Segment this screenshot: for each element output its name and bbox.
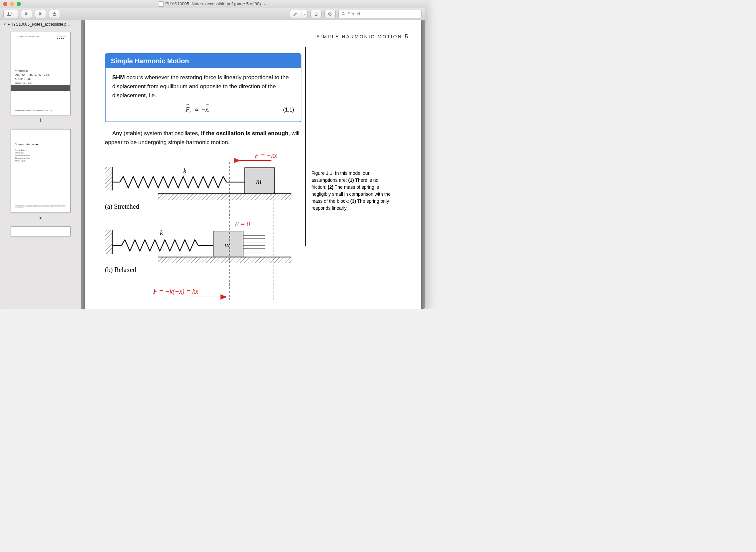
thumb2-heading: Course Information <box>15 143 66 146</box>
mass-label: m <box>256 177 261 185</box>
document-viewport[interactable]: SIMPLE HARMONIC MOTION5 Simple Harmonic … <box>81 20 425 309</box>
svg-rect-38 <box>158 257 291 263</box>
preview-window: PHYS10005_Notes_accessible.pdf (page 5 o… <box>0 0 425 309</box>
thumbnail-3[interactable] <box>0 227 81 236</box>
share-icon <box>52 11 57 16</box>
thumb1-uni: BATH <box>56 37 64 40</box>
window-title: PHYS10005_Notes_accessible.pdf (page 5 o… <box>0 1 425 7</box>
zoom-in-button[interactable] <box>35 10 46 18</box>
svg-rect-16 <box>105 167 112 190</box>
thumbnail-1[interactable]: D. TSANG & A. NARDUZZO UNIVERSITY OFBATH… <box>0 32 81 123</box>
thumbnail-list[interactable]: D. TSANG & A. NARDUZZO UNIVERSITY OFBATH… <box>0 29 81 309</box>
svg-rect-23 <box>158 194 291 200</box>
definition-body: SHM occurs whenever the restoring force … <box>106 68 301 122</box>
running-head: SIMPLE HARMONIC MOTION5 <box>105 33 411 40</box>
search-placeholder: Search <box>348 11 361 16</box>
titlebar: PHYS10005_Notes_accessible.pdf (page 5 o… <box>0 0 425 8</box>
thumb1-sem: SEMESTER 1, 2018 <box>15 82 66 84</box>
chevron-down-icon[interactable]: ⌄ <box>263 2 266 6</box>
highlight-menu-button[interactable]: ⌄ <box>301 10 308 18</box>
highlight-button[interactable] <box>290 10 301 18</box>
thumb1-title: VIBRATIONS, WAVES & OPTICS <box>15 73 66 81</box>
svg-line-6 <box>41 14 42 15</box>
rotate-button[interactable] <box>310 10 322 18</box>
thumb1-dept: DEPARTMENT OF PHYSICS, UNIVERSITY OF BAT… <box>15 110 52 112</box>
chevron-down-icon: ⌄ <box>303 12 306 16</box>
document-icon <box>159 1 163 7</box>
svg-rect-0 <box>7 12 11 16</box>
spring-constant-label: k <box>160 229 163 237</box>
force-compressed-label: F = −k(−x) = kx <box>153 288 198 295</box>
spring-constant-label: k <box>183 166 187 175</box>
sidebar-icon <box>7 11 12 16</box>
rotate-icon <box>314 11 319 16</box>
thumbnail-sidebar: ▼ PHYS10005_Notes_accessible.p... D. TSA… <box>0 20 81 309</box>
svg-rect-11 <box>315 13 317 16</box>
pdf-page: SIMPLE HARMONIC MOTION5 Simple Harmonic … <box>85 20 421 309</box>
caption-b: (b) Relaxed <box>105 266 136 274</box>
svg-line-14 <box>344 14 345 15</box>
thumb1-code: PHYS10005/63 <box>15 70 66 72</box>
disclosure-triangle-icon: ▼ <box>3 23 6 26</box>
search-input[interactable]: Search <box>338 10 422 18</box>
force-stretched-label: F = −kx <box>254 154 277 159</box>
figure-caption: Figure 1.1: In this model our assumption… <box>311 170 395 212</box>
thumb1-authors: D. TSANG & A. NARDUZZO <box>15 36 39 40</box>
equation-number: (1.1) <box>283 106 294 114</box>
zoom-out-icon <box>24 11 29 16</box>
zoom-out-button[interactable] <box>21 10 32 18</box>
toolbar: ⌄ ⌄ Search <box>0 8 425 20</box>
view-mode-button[interactable]: ⌄ <box>3 10 18 18</box>
pen-icon <box>293 11 298 16</box>
definition-box: Simple Harmonic Motion SHM occurs whenev… <box>105 53 301 122</box>
thumb-number: 2 <box>39 215 42 220</box>
page-number: 5 <box>405 33 408 40</box>
definition-title: Simple Harmonic Motion <box>106 54 301 68</box>
svg-rect-26 <box>105 230 112 254</box>
thumb-number: 1 <box>39 118 42 123</box>
svg-point-13 <box>342 12 344 15</box>
mass-label: m <box>225 240 230 249</box>
body-paragraph: Any (stable) system that oscillates, if … <box>105 129 301 147</box>
thumbnail-2[interactable]: Course Information Course Structure 1 Vi… <box>0 129 81 220</box>
figure-spring-mass: m k F = −kx (a) Stretched <box>105 154 301 302</box>
zoom-in-icon <box>38 11 43 16</box>
sidebar-header[interactable]: ▼ PHYS10005_Notes_accessible.p... <box>0 20 81 29</box>
share-button[interactable] <box>48 10 60 18</box>
svg-line-3 <box>27 14 28 15</box>
caption-a: (a) Stretched <box>105 203 139 211</box>
sidebar-filename: PHYS10005_Notes_accessible.p... <box>8 22 70 27</box>
markup-icon <box>328 11 333 16</box>
markup-button[interactable] <box>325 10 336 18</box>
chevron-down-icon: ⌄ <box>12 12 15 16</box>
force-relaxed-label: F = 0 <box>235 221 250 228</box>
equation: Fr ∝ −x. <box>112 105 283 115</box>
svg-point-12 <box>329 12 332 16</box>
search-icon <box>341 12 346 16</box>
